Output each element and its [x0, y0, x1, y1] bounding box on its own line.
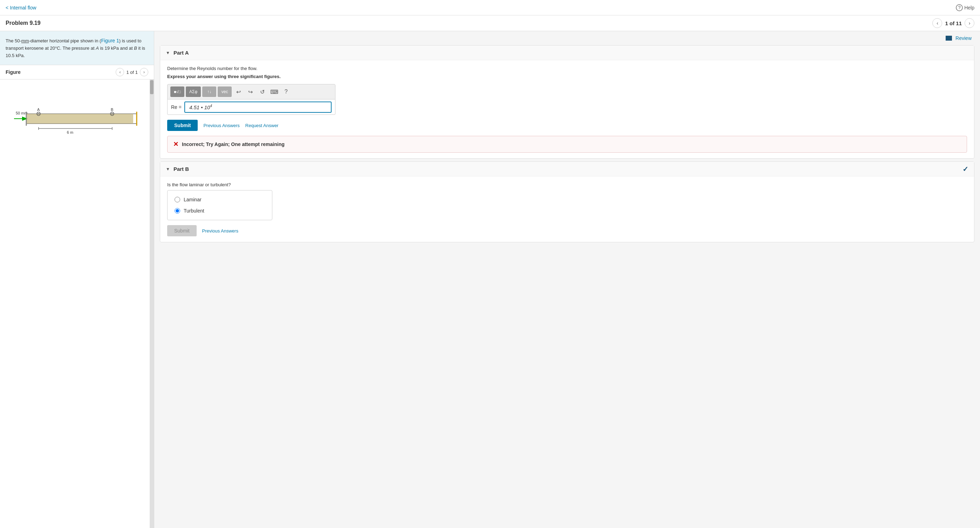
- part-a-action-row: Submit Previous Answers Request Answer: [167, 120, 967, 131]
- left-panel: The 50-mm-diameter horizontal pipe shown…: [0, 31, 154, 528]
- error-icon: ✕: [173, 140, 178, 148]
- symbols-button[interactable]: ΑΣφ: [186, 87, 201, 97]
- scroll-bar[interactable]: [150, 79, 154, 528]
- redo-button[interactable]: ↪: [245, 87, 256, 97]
- review-icon: [946, 36, 952, 41]
- svg-text:6 m: 6 m: [67, 130, 73, 135]
- part-a-chevron: ▼: [166, 51, 170, 55]
- refresh-button[interactable]: ↺: [257, 87, 267, 97]
- pipe-diagram: 50 mm: [0, 79, 154, 157]
- question-mark-icon: ?: [956, 4, 963, 11]
- pagination: ‹ 1 of 11 ›: [932, 18, 974, 28]
- top-bar: < Internal flow ? Help: [0, 0, 980, 16]
- label-turbulent: Turbulent: [184, 208, 204, 214]
- figure-scroll[interactable]: 50 mm: [0, 79, 154, 528]
- figure-page-num: 1 of 1: [126, 70, 138, 75]
- math-input-area: ■√□ ΑΣφ ↑↓ vec ↩ ↪ ↺ ⌨ ? Re = 4.51 • 104: [167, 84, 336, 115]
- radio-options-box: Laminar Turbulent: [167, 190, 272, 220]
- arrows-button[interactable]: ↑↓: [202, 87, 216, 97]
- figure-header: Figure ‹ 1 of 1 ›: [0, 65, 154, 79]
- radio-laminar[interactable]: [175, 197, 180, 202]
- math-value-display[interactable]: 4.51 • 104: [185, 101, 332, 113]
- part-a-instruction: Express your answer using three signific…: [167, 74, 967, 79]
- part-b-chevron: ▼: [166, 166, 170, 171]
- part-a-content: Determine the Reynolds number for the fl…: [160, 60, 974, 158]
- right-panel[interactable]: Review ▼ Part A Determine the Reynolds n…: [154, 31, 980, 528]
- help-icon-button[interactable]: ?: [281, 87, 291, 97]
- part-b-previous-answers-button[interactable]: Previous Answers: [202, 228, 238, 233]
- back-link[interactable]: < Internal flow: [6, 5, 37, 11]
- part-b-action-row: Submit Previous Answers: [167, 225, 967, 236]
- top-bar-left: < Internal flow: [6, 5, 37, 11]
- part-a-header[interactable]: ▼ Part A: [160, 46, 974, 60]
- figure-canvas: 50 mm: [0, 79, 154, 528]
- vec-button[interactable]: vec: [218, 87, 232, 97]
- svg-rect-6: [26, 114, 133, 124]
- next-page-button[interactable]: ›: [964, 18, 974, 28]
- part-b-section: ▼ Part B ✓ Is the flow laminar or turbul…: [160, 162, 974, 242]
- math-label: Re =: [171, 104, 181, 110]
- math-toolbar: ■√□ ΑΣφ ↑↓ vec ↩ ↪ ↺ ⌨ ?: [167, 84, 336, 100]
- page-number: 1 of 11: [945, 20, 962, 26]
- option-laminar[interactable]: Laminar: [173, 194, 266, 205]
- figure-link[interactable]: Figure 1: [101, 38, 119, 43]
- prev-page-button[interactable]: ‹: [932, 18, 942, 28]
- main-layout: The 50-mm-diameter horizontal pipe shown…: [0, 31, 980, 528]
- part-a-section: ▼ Part A Determine the Reynolds number f…: [160, 45, 974, 159]
- figure-next-button[interactable]: ›: [140, 68, 148, 76]
- problem-text-part1: The 50-mm-diameter horizontal pipe shown…: [6, 38, 145, 58]
- keyboard-button[interactable]: ⌨: [269, 87, 279, 97]
- review-label: Review: [956, 35, 972, 41]
- math-input-row: Re = 4.51 • 104: [167, 100, 336, 115]
- option-turbulent[interactable]: Turbulent: [173, 205, 266, 216]
- part-b-header[interactable]: ▼ Part B ✓: [160, 162, 974, 176]
- part-a-question: Determine the Reynolds number for the fl…: [167, 66, 967, 71]
- problem-title: Problem 9.19: [6, 20, 41, 26]
- figure-section: Figure ‹ 1 of 1 ›: [0, 65, 154, 528]
- part-b-submit-button: Submit: [167, 225, 197, 236]
- part-b-checkmark: ✓: [963, 165, 969, 173]
- top-bar-right: ? Help: [956, 4, 974, 11]
- problem-text-box: The 50-mm-diameter horizontal pipe shown…: [0, 31, 154, 65]
- figure-title: Figure: [6, 69, 21, 75]
- review-link[interactable]: Review: [946, 35, 972, 41]
- figure-pagination: ‹ 1 of 1 ›: [116, 68, 148, 76]
- part-b-title: Part B: [173, 166, 189, 172]
- feedback-text: Incorrect; Try Again; One attempt remain…: [182, 141, 285, 147]
- svg-text:A: A: [37, 108, 40, 112]
- help-button[interactable]: ? Help: [956, 4, 974, 11]
- part-a-request-answer-button[interactable]: Request Answer: [245, 123, 278, 128]
- problem-header: Problem 9.19 ‹ 1 of 11 ›: [0, 16, 980, 31]
- svg-text:B: B: [111, 108, 113, 112]
- fractions-button[interactable]: ■√□: [170, 87, 185, 97]
- pipe-svg: 50 mm: [11, 94, 144, 143]
- figure-prev-button[interactable]: ‹: [116, 68, 124, 76]
- part-b-question: Is the flow laminar or turbulent?: [167, 182, 967, 187]
- label-laminar: Laminar: [184, 197, 202, 202]
- part-b-content: Is the flow laminar or turbulent? Lamina…: [160, 176, 974, 242]
- part-a-title: Part A: [173, 50, 189, 55]
- part-a-feedback: ✕ Incorrect; Try Again; One attempt rema…: [167, 136, 967, 153]
- help-label: Help: [964, 5, 974, 11]
- review-section: Review: [154, 31, 980, 42]
- part-a-submit-button[interactable]: Submit: [167, 120, 198, 131]
- undo-button[interactable]: ↩: [233, 87, 243, 97]
- part-a-previous-answers-button[interactable]: Previous Answers: [203, 123, 239, 128]
- radio-turbulent[interactable]: [175, 208, 180, 214]
